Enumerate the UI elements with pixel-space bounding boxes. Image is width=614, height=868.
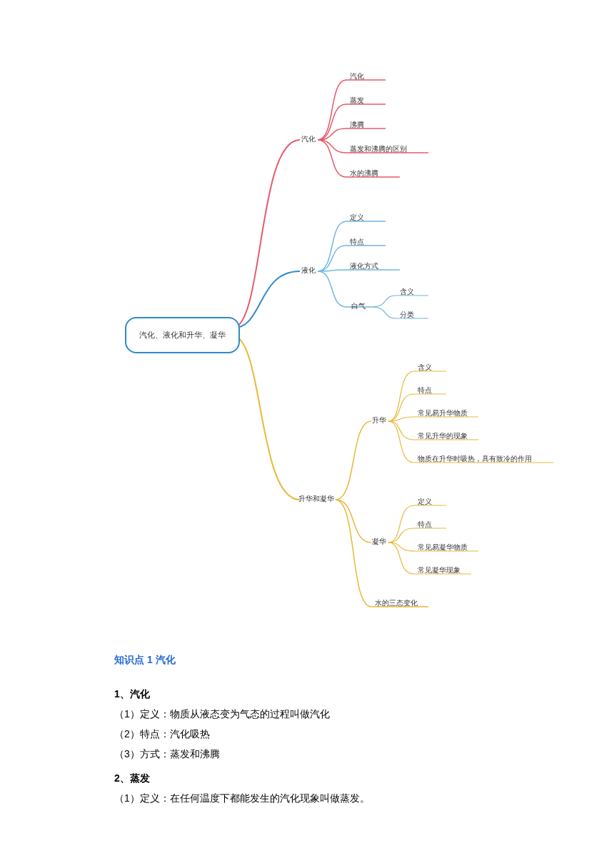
- root-node: 汽化、液化和升华、凝华: [125, 317, 240, 353]
- paragraph: （1）定义：在任何温度下都能发生的汽化现象叫做蒸发。: [114, 788, 500, 808]
- leaf: 常见易凝华物质: [418, 542, 468, 552]
- node-branch1: 汽化: [301, 134, 316, 144]
- section-title: 知识点 1 汽化: [114, 650, 500, 670]
- heading-2: 2、蒸发: [114, 768, 500, 788]
- paragraph: （2）特点：汽化吸热: [114, 724, 500, 744]
- leaf: 液化方式: [350, 261, 378, 271]
- mindmap-connectors: [0, 0, 614, 650]
- leaf: 特点: [418, 385, 432, 395]
- text-content: 知识点 1 汽化 1、汽化 （1）定义：物质从液态变为气态的过程叫做汽化 （2）…: [0, 650, 614, 837]
- leaf: 分类: [400, 310, 414, 320]
- node-branch2: 液化: [301, 266, 316, 276]
- leaf: 沸腾: [350, 120, 364, 130]
- leaf: 特点: [350, 237, 364, 247]
- leaf: 水的沸腾: [350, 168, 378, 178]
- leaf: 定义: [418, 497, 432, 507]
- leaf: 常见易升华物质: [418, 408, 468, 418]
- leaf: 常见升华的现象: [418, 431, 468, 441]
- paragraph: （3）方式：蒸发和沸腾: [114, 744, 500, 764]
- node-baiqi: 白气: [351, 301, 366, 311]
- leaf: 蒸发和沸腾的区别: [350, 144, 407, 154]
- node-branch3: 升华和凝华: [298, 494, 334, 504]
- node-ninghua: 凝华: [372, 537, 386, 547]
- leaf: 常见凝华现象: [418, 565, 460, 575]
- node-shenghua: 升华: [372, 415, 386, 425]
- leaf: 定义: [350, 213, 364, 223]
- mindmap-diagram: 汽化、液化和升华、凝华 汽化 汽化 蒸发 沸腾 蒸发和沸腾的区别 水的沸腾 液化…: [0, 0, 614, 650]
- leaf: 物质在升华时吸热，具有致冷的作用: [418, 454, 532, 464]
- heading-1: 1、汽化: [114, 684, 500, 704]
- leaf: 水的三态变化: [375, 598, 418, 608]
- leaf: 特点: [418, 520, 432, 530]
- leaf: 含义: [400, 287, 414, 297]
- paragraph: （1）定义：物质从液态变为气态的过程叫做汽化: [114, 704, 500, 724]
- leaf: 汽化: [350, 71, 364, 81]
- leaf: 含义: [418, 363, 432, 373]
- leaf: 蒸发: [350, 96, 364, 106]
